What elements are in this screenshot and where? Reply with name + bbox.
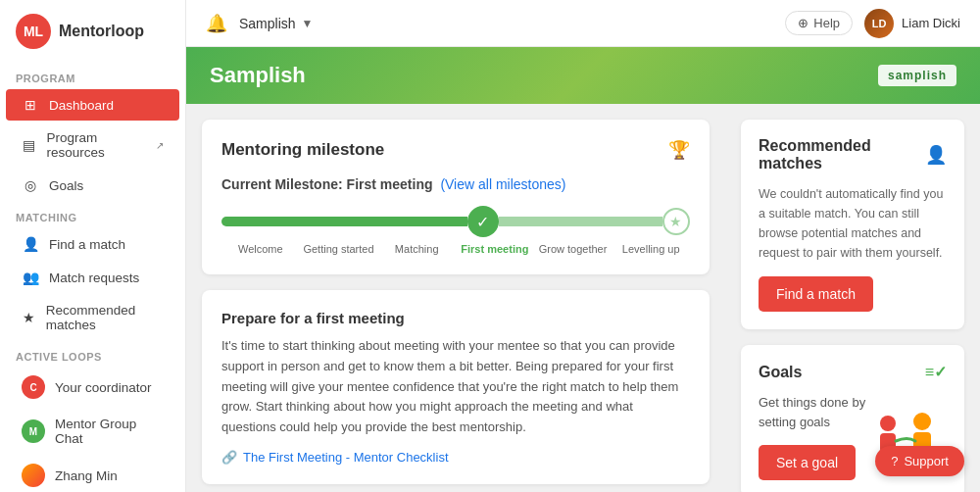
sidebar-item-recommended-matches[interactable]: ★ Recommended matches	[6, 295, 179, 340]
program-header: Samplish samplish	[186, 47, 980, 104]
recommended-matches-card: Recommended matches 👤 We couldn't automa…	[741, 120, 964, 329]
right-column: Recommended matches 👤 We couldn't automa…	[725, 104, 980, 492]
goals-label: Goals	[49, 178, 83, 193]
prepare-card: Prepare for a first meeting It's time to…	[202, 290, 710, 484]
trophy-icon: 🏆	[668, 139, 690, 161]
step-grow-together: Grow together	[534, 243, 612, 255]
milestone-seg-grow	[580, 217, 662, 226]
program-resources-icon: ▤	[22, 137, 37, 153]
milestone-check-icon: ✓	[467, 206, 499, 237]
goals-title-text: Goals	[759, 364, 802, 381]
goals-icon: ◎	[22, 177, 39, 193]
logo-icon: ML	[16, 14, 51, 49]
user-menu[interactable]: LD Liam Dicki	[864, 9, 960, 38]
program-title: Samplish	[210, 63, 306, 88]
milestone-seg-welcome	[221, 217, 304, 226]
sidebar-item-zhang-min[interactable]: Zhang Min	[6, 456, 179, 492]
prepare-title: Prepare for a first meeting	[221, 310, 690, 326]
zhang-min-label: Zhang Min	[55, 468, 118, 483]
milestone-steps: Welcome Getting started Matching First m…	[221, 243, 690, 255]
milestone-seg-getting-started	[304, 217, 386, 226]
dashboard-icon: ⊞	[22, 97, 39, 113]
step-first-meeting: First meeting	[456, 243, 534, 255]
main-area: 🔔 Samplish ▼ ⊕ Help LD Liam Dicki Sampli…	[186, 0, 980, 492]
match-requests-icon: 👥	[22, 270, 39, 285]
milestone-card-title: Mentoring milestone 🏆	[221, 139, 690, 161]
star-icon: ★	[22, 310, 36, 325]
sidebar-item-mentor-group-chat[interactable]: M Mentor Group Chat	[6, 409, 179, 454]
recommended-matches-label: Recommended matches	[46, 303, 164, 332]
program-badge: samplish	[878, 65, 956, 86]
goals-card-title: Goals ≡✓	[759, 363, 947, 381]
milestone-card: Mentoring milestone 🏆 Current Milestone:…	[202, 120, 710, 274]
find-match-label: Find a match	[49, 237, 125, 252]
prepare-link[interactable]: 🔗 The First Meeting - Mentor Checklist	[221, 450, 690, 465]
support-label: Support	[904, 454, 949, 468]
help-label: Help	[813, 16, 840, 30]
mentor-group-chat-label: Mentor Group Chat	[55, 417, 164, 446]
help-button[interactable]: ⊕ Help	[785, 11, 853, 35]
milestone-progress: ✓ ★	[221, 206, 690, 237]
support-button[interactable]: ? Support	[875, 446, 964, 476]
svg-point-4	[913, 413, 931, 430]
current-milestone-value: First meeting	[347, 176, 433, 192]
link-icon: 🔗	[221, 450, 237, 465]
milestone-star-icon: ★	[662, 208, 690, 235]
recommended-matches-description: We couldn't automatically find you a sui…	[759, 184, 947, 263]
sidebar-item-match-requests[interactable]: 👥 Match requests	[6, 262, 179, 293]
navbar: 🔔 Samplish ▼ ⊕ Help LD Liam Dicki	[186, 0, 980, 47]
avatar: LD	[864, 9, 894, 38]
find-match-button[interactable]: Find a match	[759, 276, 873, 312]
current-milestone-prefix: Current Milestone:	[221, 176, 343, 192]
notification-bell-icon[interactable]: 🔔	[206, 13, 227, 34]
match-requests-label: Match requests	[49, 271, 139, 285]
content-body: Mentoring milestone 🏆 Current Milestone:…	[186, 104, 980, 492]
matching-section-label: Matching	[0, 202, 185, 227]
goals-description: Get things done by setting goals	[759, 393, 868, 431]
content: Samplish samplish Mentoring milestone 🏆 …	[186, 47, 980, 492]
user-name: Liam Dicki	[902, 16, 960, 30]
sidebar-item-find-match[interactable]: 👤 Find a match	[6, 228, 179, 260]
view-all-milestones-link[interactable]: (View all milestones)	[440, 176, 565, 192]
step-welcome: Welcome	[221, 243, 300, 255]
milestone-current-label: Current Milestone: First meeting (View a…	[221, 176, 690, 192]
recommended-matches-title: Recommended matches 👤	[759, 137, 947, 172]
milestone-seg-first-meeting	[499, 217, 581, 226]
person-add-icon: 👤	[925, 144, 947, 166]
external-link-icon: ↗	[156, 140, 164, 151]
logo: ML Mentorloop	[0, 0, 185, 63]
logo-text: Mentorloop	[59, 23, 144, 40]
program-resources-label: Program resources	[47, 130, 144, 160]
sidebar-item-coordinator[interactable]: C Your coordinator	[6, 368, 179, 407]
coordinator-label: Your coordinator	[55, 380, 152, 395]
group-chat-avatar: M	[22, 419, 45, 443]
program-section-label: Program	[0, 63, 185, 88]
program-name: Samplish	[239, 16, 296, 31]
coordinator-avatar: C	[22, 375, 45, 399]
prepare-link-label: The First Meeting - Mentor Checklist	[243, 450, 449, 465]
step-getting-started: Getting started	[300, 243, 378, 255]
set-goal-button[interactable]: Set a goal	[759, 445, 856, 480]
sidebar-item-dashboard[interactable]: ⊞ Dashboard	[6, 89, 179, 121]
milestone-seg-matching	[385, 217, 467, 226]
goals-list-icon: ≡✓	[925, 363, 947, 381]
svg-point-0	[880, 416, 896, 431]
sidebar-item-program-resources[interactable]: ▤ Program resources ↗	[6, 123, 179, 168]
goals-left: Get things done by setting goals Set a g…	[759, 393, 868, 480]
chevron-down-icon: ▼	[302, 17, 314, 30]
milestone-title-text: Mentoring milestone	[221, 140, 384, 160]
active-loops-section-label: Active loops	[0, 341, 185, 367]
prepare-text: It's time to start thinking about meetin…	[221, 336, 690, 438]
recommended-matches-title-text: Recommended matches	[759, 137, 925, 172]
sidebar-item-goals[interactable]: ◎ Goals	[6, 170, 179, 201]
zhang-min-avatar	[22, 464, 45, 487]
help-globe-icon: ⊕	[798, 16, 808, 30]
support-icon: ?	[891, 454, 898, 468]
sidebar: ML Mentorloop Program ⊞ Dashboard ▤ Prog…	[0, 0, 186, 492]
main-column: Mentoring milestone 🏆 Current Milestone:…	[186, 104, 725, 492]
program-selector[interactable]: Samplish ▼	[239, 16, 313, 31]
step-matching: Matching	[377, 243, 456, 255]
dashboard-label: Dashboard	[49, 98, 114, 113]
step-levelling-up: Levelling up	[612, 243, 690, 255]
find-match-icon: 👤	[22, 236, 39, 252]
